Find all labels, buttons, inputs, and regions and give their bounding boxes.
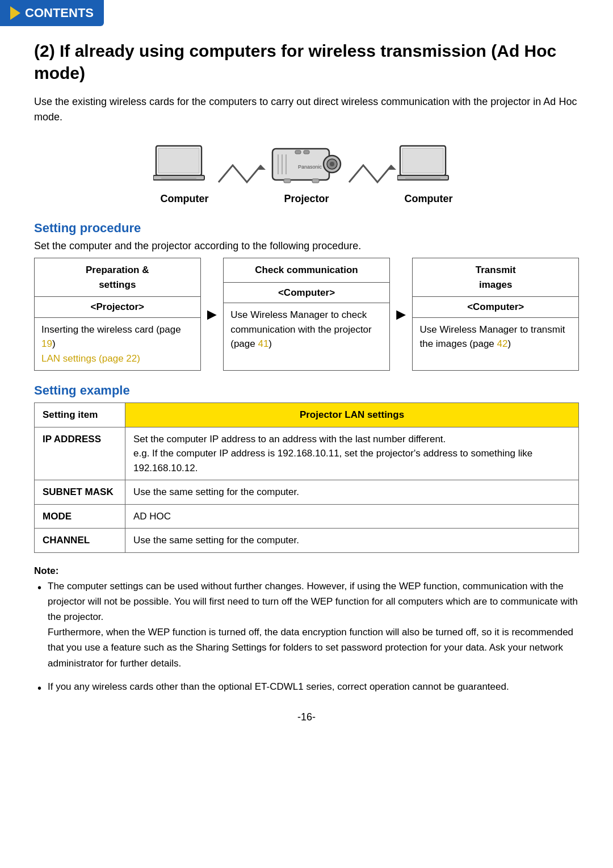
proc-col-3-content: Use Wireless Manager to transmit the ima… [413,318,578,356]
svg-text:Panasonic: Panasonic [298,164,322,170]
proc-col-1-content: Inserting the wireless card (page 19) LA… [35,318,200,371]
setting-procedure-title: Setting procedure [34,221,579,236]
svg-rect-13 [295,150,301,154]
col-value-header: Projector LAN settings [125,403,579,427]
proc-col-3-subheader: <Computer> [413,297,578,318]
zigzag-arrow-2-icon [346,160,397,188]
arrow-zigzag-1 [216,160,267,205]
main-title: (2) If already using computers for wirel… [34,40,579,84]
svg-rect-14 [304,150,309,154]
proc-col-1-subheader: <Projector> [35,297,200,318]
svg-marker-5 [257,165,266,170]
right-computer-device: Computer [397,143,460,205]
subnet-mask-item: SUBNET MASK [35,480,125,505]
page-link-22[interactable]: 22 [126,353,137,364]
table-row: IP ADDRESS Set the computer IP address t… [35,427,579,480]
procedure-intro: Set the computer and the projector accor… [34,240,579,252]
zigzag-arrow-1-icon [216,160,267,188]
setting-example-table: Setting item Projector LAN settings IP A… [34,402,579,553]
svg-rect-16 [284,179,291,183]
proc-arrow-2: ► [390,258,413,371]
projector-icon: Panasonic [267,137,346,188]
svg-rect-20 [402,148,443,173]
left-computer-device: Computer [153,143,216,205]
channel-item: CHANNEL [35,529,125,553]
page-link-42[interactable]: 42 [497,338,508,349]
contents-label: CONTENTS [25,6,94,20]
svg-point-9 [330,162,334,166]
example-table-header: Setting item Projector LAN settings [35,403,579,427]
ip-address-value: Set the computer IP address to an addres… [125,427,579,480]
proc-col-1-header: Preparation &settings [35,258,200,297]
projector-device: Panasonic Projector [267,137,346,205]
list-item: If you any wireless cards other than the… [34,679,579,694]
proc-col-2: Check communication <Computer> Use Wirel… [223,258,390,371]
setting-example-title: Setting example [34,383,579,398]
mode-item: MODE [35,504,125,529]
intro-text: Use the existing wireless cards for the … [34,94,579,125]
left-laptop-icon [153,143,216,188]
device-diagram: Computer [34,137,579,205]
proc-col-3-header: Transmitimages [413,258,578,297]
svg-rect-2 [153,175,204,180]
page-number: -16- [34,711,579,723]
left-computer-label: Computer [161,193,209,205]
subnet-mask-value: Use the same setting for the computer. [125,480,579,505]
note-section: Note: The computer settings can be used … [34,563,579,695]
proc-col-3: Transmitimages <Computer> Use Wireless M… [412,258,579,371]
proc-arrow-1: ► [201,258,224,371]
table-row: MODE AD HOC [35,504,579,529]
proc-col-2-header: Check communication [224,258,389,283]
mode-value: AD HOC [125,504,579,529]
arrow-zigzag-2 [346,160,397,205]
col-item-header: Setting item [35,403,125,427]
contents-button[interactable]: CONTENTS [0,0,104,26]
proc-col-2-content: Use Wireless Manager to check communicat… [224,303,389,356]
proc-col-1: Preparation &settings <Projector> Insert… [34,258,201,371]
right-computer-label: Computer [405,193,453,205]
procedure-columns: Preparation &settings <Projector> Insert… [34,258,579,371]
right-laptop-icon [397,143,460,188]
projector-label: Projector [284,193,329,205]
note-list: The computer settings can be used withou… [34,578,579,694]
svg-rect-17 [312,179,319,183]
note-label: Note: [34,565,58,576]
proc-col-2-subheader: <Computer> [224,283,389,304]
ip-address-item: IP ADDRESS [35,427,125,480]
table-row: SUBNET MASK Use the same setting for the… [35,480,579,505]
svg-marker-18 [387,165,396,170]
list-item: The computer settings can be used withou… [34,578,579,671]
table-row: CHANNEL Use the same setting for the com… [35,529,579,553]
channel-value: Use the same setting for the computer. [125,529,579,553]
page-link-19[interactable]: 19 [41,338,52,349]
contents-arrow-icon [10,6,20,20]
svg-rect-1 [158,148,199,173]
svg-rect-21 [397,175,448,180]
page-link-41[interactable]: 41 [258,338,268,349]
